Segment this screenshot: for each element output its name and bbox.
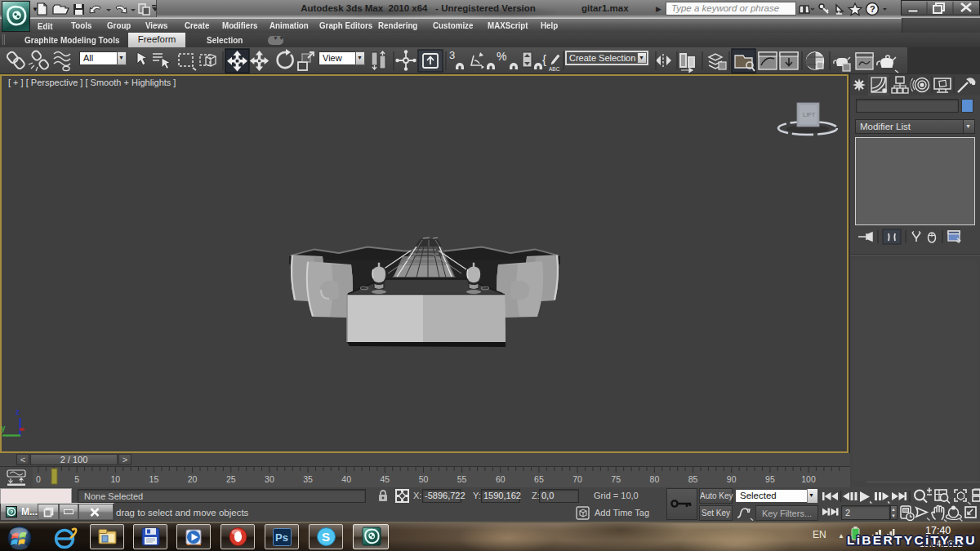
svg-text:50: 50 [419, 474, 429, 484]
svg-text:{: { [542, 52, 546, 66]
svg-text:40: 40 [341, 474, 351, 484]
svg-text:Ps: Ps [275, 531, 288, 544]
svg-text:0: 0 [36, 474, 41, 484]
svg-text:100: 100 [801, 474, 816, 484]
svg-text:y: y [1, 424, 6, 433]
svg-text:75: 75 [611, 474, 621, 484]
svg-text:15: 15 [149, 474, 159, 484]
svg-text:20: 20 [188, 474, 198, 484]
svg-text:35: 35 [303, 474, 313, 484]
svg-text:25: 25 [226, 474, 236, 484]
svg-text:ABC: ABC [549, 66, 560, 72]
svg-text:5: 5 [74, 474, 79, 484]
svg-text:%: % [497, 50, 506, 63]
svg-text:95: 95 [765, 474, 775, 484]
svg-text:80: 80 [650, 474, 660, 484]
svg-text:LIFT: LIFT [803, 111, 816, 118]
svg-text:70: 70 [572, 474, 582, 484]
svg-text:45: 45 [380, 474, 390, 484]
svg-text:S: S [322, 530, 330, 544]
svg-text:10: 10 [110, 474, 120, 484]
svg-text:55: 55 [457, 474, 467, 484]
svg-text:65: 65 [534, 474, 544, 484]
svg-text:85: 85 [688, 474, 698, 484]
svg-text:60: 60 [496, 474, 506, 484]
svg-text:z: z [16, 407, 20, 416]
svg-text:?: ? [870, 4, 875, 14]
svg-text:90: 90 [727, 474, 737, 484]
svg-text:3: 3 [449, 49, 455, 61]
svg-text:30: 30 [265, 474, 274, 484]
